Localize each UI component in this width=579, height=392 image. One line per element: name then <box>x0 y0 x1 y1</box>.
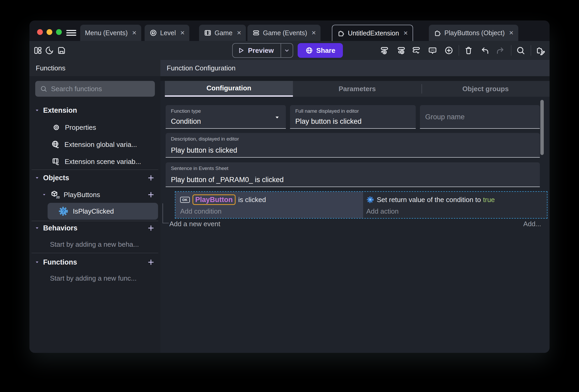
window-zoom-button[interactable] <box>56 29 62 35</box>
tab-menu-events[interactable]: Menu (Events) × <box>80 25 141 41</box>
edit-extension-button[interactable] <box>535 45 546 56</box>
sidebar-item-label: PlayButtons <box>64 191 100 199</box>
close-icon[interactable]: × <box>180 29 185 37</box>
delete-button[interactable] <box>463 45 474 56</box>
tab-configuration[interactable]: Configuration <box>165 81 293 97</box>
gear-icon <box>53 124 60 131</box>
group-name-field[interactable] <box>420 105 540 129</box>
preview-options-button[interactable] <box>281 44 293 57</box>
tab-label: Game (Events) <box>263 29 307 37</box>
close-icon[interactable]: × <box>404 29 408 37</box>
plus-icon <box>147 174 155 182</box>
search-functions-box[interactable] <box>35 81 155 97</box>
tab-untitled-extension[interactable]: UntitledExtension × <box>332 25 413 41</box>
tab-game-events[interactable]: Game (Events) × <box>247 25 321 41</box>
tab-label: Configuration <box>206 84 251 92</box>
desktop-background: Menu (Events) × Level × Game × <box>0 0 579 392</box>
close-icon[interactable]: × <box>509 29 513 37</box>
search-events-button[interactable] <box>515 45 526 56</box>
window-close-button[interactable] <box>37 29 43 35</box>
add-other-event-button[interactable] <box>410 45 422 56</box>
toolbar: Preview Share <box>29 41 550 60</box>
field-label: Function type <box>171 108 281 114</box>
tab-object-groups[interactable]: Object groups <box>421 81 550 97</box>
window-minimize-button[interactable] <box>47 29 52 35</box>
redo-button[interactable] <box>495 45 506 56</box>
section-behaviors[interactable]: Behaviors <box>35 221 78 235</box>
tab-playbuttons-object[interactable]: PlayButtons (Object) × <box>429 25 518 41</box>
divider <box>32 169 158 170</box>
sidebar-item-playbuttons[interactable]: 2D PlayButtons <box>42 187 100 202</box>
function-type-field[interactable]: Function type Condition <box>166 105 286 129</box>
tab-game[interactable]: Game × <box>199 25 246 41</box>
play-icon <box>237 47 245 54</box>
event-conditions-column[interactable]: OK PlayButton is clicked Add condition <box>175 192 363 218</box>
sidebar-item-extension-global-variables[interactable]: Extension global varia... <box>51 137 137 152</box>
add-function-button[interactable] <box>147 258 155 266</box>
toolbar-separator <box>459 45 459 56</box>
sidebar-item-isplayclicked[interactable]: ? IsPlayClicked <box>48 203 158 220</box>
toolbar-separator <box>531 45 531 56</box>
functions-empty-hint: Start by adding a new func... <box>50 271 137 286</box>
panel-title-label: Function Configuration <box>167 64 236 72</box>
main-menu-icon[interactable] <box>66 30 76 36</box>
close-icon[interactable]: × <box>237 29 241 37</box>
section-extension[interactable]: Extension <box>35 103 77 118</box>
puzzle-edit-icon <box>536 46 545 55</box>
preview-button[interactable]: Preview <box>232 43 293 58</box>
close-icon[interactable]: × <box>312 29 316 37</box>
add-subevent-button[interactable] <box>395 45 407 56</box>
add-event-icon <box>380 46 389 55</box>
full-name-field[interactable]: Full name displayed in editor <box>290 105 416 129</box>
undo-button[interactable] <box>479 45 491 56</box>
sentence-input[interactable] <box>171 176 535 184</box>
add-object-button[interactable] <box>147 174 155 182</box>
version-history-button[interactable] <box>44 45 55 56</box>
add-more-button[interactable]: Add... <box>523 218 541 230</box>
close-icon[interactable]: × <box>132 29 136 37</box>
sidebar-item-extension-scene-variables[interactable]: Extension scene variab... <box>52 154 141 169</box>
field-label: Description, displayed in editor <box>171 136 535 142</box>
button-object-icon: OK <box>180 197 190 203</box>
add-new-event-button[interactable]: Add a new event <box>169 218 220 230</box>
circle-plus-icon <box>444 46 454 55</box>
save-button[interactable] <box>56 45 67 56</box>
tab-level[interactable]: Level × <box>145 25 189 41</box>
object-chip-playbutton[interactable]: PlayButton <box>192 194 236 205</box>
search-functions-input[interactable] <box>51 85 150 93</box>
tab-parameters[interactable]: Parameters <box>293 81 421 97</box>
group-name-input[interactable] <box>425 113 535 121</box>
preview-main[interactable]: Preview <box>233 44 281 57</box>
section-objects[interactable]: Objects <box>35 171 69 185</box>
sentence-field[interactable]: Sentence in Events Sheet <box>166 162 540 187</box>
hint-label: Start by adding a new func... <box>50 274 137 282</box>
sidebar-item-properties[interactable]: Properties <box>53 120 96 135</box>
add-condition-label: Add condition <box>180 207 222 215</box>
scrollbar-thumb[interactable] <box>540 100 544 155</box>
add-object-function-button[interactable] <box>147 190 155 199</box>
section-functions[interactable]: Functions <box>35 255 77 270</box>
action-set-return-value[interactable]: Set return value of the condition to tru… <box>366 194 547 205</box>
add-action-button[interactable]: Add action <box>366 205 547 217</box>
search-icon <box>516 46 525 55</box>
puzzle-icon <box>337 29 345 37</box>
add-behavior-button[interactable] <box>147 224 155 232</box>
full-name-input[interactable] <box>295 117 410 126</box>
chevron-down-icon <box>42 193 46 197</box>
add-comment-button[interactable] <box>427 45 438 56</box>
dropdown-caret-icon[interactable] <box>274 115 280 120</box>
share-button[interactable]: Share <box>298 43 343 58</box>
condition-playbutton-clicked[interactable]: OK PlayButton is clicked <box>180 194 363 205</box>
add-condition-button[interactable]: Add condition <box>180 205 363 217</box>
description-field[interactable]: Description, displayed in editor <box>166 133 540 158</box>
tab-divider <box>421 84 422 94</box>
toggle-panels-button[interactable] <box>32 45 44 56</box>
divider <box>160 76 550 81</box>
event-row[interactable]: OK PlayButton is clicked Add condition <box>175 191 547 219</box>
scene-variable-icon <box>52 157 60 166</box>
event-actions-column[interactable]: Set return value of the condition to tru… <box>363 192 547 218</box>
add-button[interactable] <box>443 45 455 56</box>
add-event-button[interactable] <box>379 45 390 56</box>
action-gear-icon <box>366 196 374 204</box>
description-input[interactable] <box>171 146 535 154</box>
